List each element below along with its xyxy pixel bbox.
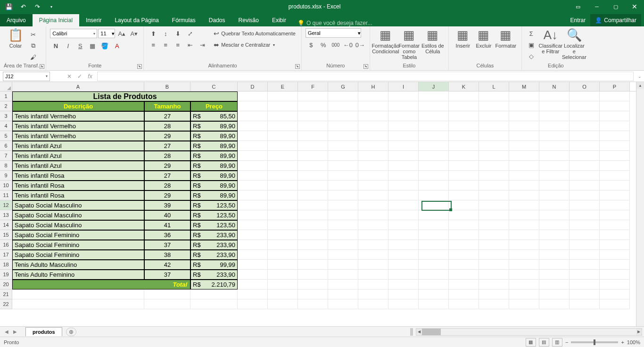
cell[interactable]	[479, 141, 509, 151]
cell[interactable]	[358, 299, 388, 309]
data-desc[interactable]: Sapato Social Feminino	[12, 230, 144, 240]
cell[interactable]	[238, 250, 268, 260]
cell[interactable]	[238, 210, 268, 220]
cell[interactable]	[12, 289, 144, 299]
cell[interactable]	[419, 151, 449, 161]
cell[interactable]	[388, 280, 419, 289]
cell[interactable]	[600, 260, 630, 270]
tab-view[interactable]: Exibir	[265, 14, 293, 26]
tab-split-handle[interactable]	[410, 328, 413, 336]
row-header[interactable]: 2	[0, 101, 12, 111]
cell[interactable]	[570, 121, 600, 131]
wrap-text-button[interactable]: ↩Quebrar Texto Automaticamente	[212, 28, 297, 39]
cell[interactable]	[600, 131, 630, 141]
cell[interactable]	[509, 200, 539, 210]
conditional-formatting-button[interactable]: ▦Formatação Condicional	[374, 28, 397, 54]
alignment-dialog-launcher[interactable]: ⬊	[295, 64, 300, 69]
data-price[interactable]: R$123,50	[190, 200, 238, 210]
cell[interactable]	[358, 270, 388, 280]
cell[interactable]	[539, 280, 570, 289]
zoom-in-button[interactable]: +	[621, 339, 624, 345]
clear-button[interactable]: ◇	[526, 51, 537, 61]
horizontal-scrollbar[interactable]: ◀ ▶	[416, 328, 642, 336]
cell[interactable]	[509, 260, 539, 270]
cell[interactable]	[358, 131, 388, 141]
cell[interactable]	[419, 161, 449, 171]
data-price[interactable]: R$89,90	[190, 151, 238, 161]
cell[interactable]	[479, 101, 509, 111]
cell[interactable]	[298, 151, 328, 161]
header-desc[interactable]: Descrição	[12, 101, 144, 111]
cell[interactable]	[419, 101, 449, 111]
cell[interactable]	[358, 141, 388, 151]
cell[interactable]	[388, 131, 419, 141]
cell[interactable]	[509, 299, 539, 309]
cell[interactable]	[358, 280, 388, 289]
cell[interactable]	[479, 111, 509, 121]
cell[interactable]	[539, 91, 570, 101]
cell[interactable]	[238, 91, 268, 101]
data-size[interactable]: 28	[144, 181, 190, 190]
data-desc[interactable]: Tenis infantil Rosa	[12, 171, 144, 181]
header-size[interactable]: Tamanho	[144, 101, 190, 111]
cell[interactable]	[238, 161, 268, 171]
row-header[interactable]: 11	[0, 190, 12, 200]
cell[interactable]	[419, 210, 449, 220]
cell[interactable]	[190, 299, 238, 309]
cell[interactable]	[328, 289, 358, 299]
cell[interactable]	[539, 131, 570, 141]
cell[interactable]	[600, 230, 630, 240]
qat-customize-icon[interactable]: ▾	[45, 1, 58, 12]
cell[interactable]	[449, 131, 479, 141]
cell[interactable]	[238, 280, 268, 289]
cell[interactable]	[298, 141, 328, 151]
cell[interactable]	[509, 250, 539, 260]
data-desc[interactable]: Tenis infantil Rosa	[12, 190, 144, 200]
cell[interactable]	[509, 141, 539, 151]
cell[interactable]	[479, 151, 509, 161]
cell[interactable]	[298, 91, 328, 101]
find-select-button[interactable]: 🔍Localizar e Selecionar	[562, 28, 586, 60]
cell[interactable]	[539, 289, 570, 299]
format-cells-button[interactable]: ▦Formatar	[494, 28, 518, 49]
total-label[interactable]: Total	[12, 280, 190, 289]
row-header[interactable]: 9	[0, 171, 12, 181]
cell[interactable]	[358, 220, 388, 230]
cell[interactable]	[509, 151, 539, 161]
cell[interactable]	[570, 171, 600, 181]
column-header[interactable]: F	[298, 82, 328, 91]
cell[interactable]	[298, 210, 328, 220]
cell[interactable]	[298, 260, 328, 270]
zoom-slider[interactable]	[571, 341, 618, 343]
cell[interactable]	[388, 230, 419, 240]
data-price[interactable]: R$233,90	[190, 240, 238, 250]
cell[interactable]	[358, 151, 388, 161]
cell[interactable]	[12, 299, 144, 309]
cell[interactable]	[268, 299, 298, 309]
cell[interactable]	[268, 250, 298, 260]
cell[interactable]	[570, 91, 600, 101]
column-header[interactable]: O	[570, 82, 600, 91]
cell[interactable]	[358, 91, 388, 101]
cell[interactable]	[298, 121, 328, 131]
cell[interactable]	[479, 230, 509, 240]
cell[interactable]	[388, 171, 419, 181]
font-dialog-launcher[interactable]: ⬊	[137, 64, 142, 69]
cell[interactable]	[419, 131, 449, 141]
cell[interactable]	[238, 151, 268, 161]
data-size[interactable]: 27	[144, 141, 190, 151]
cell[interactable]	[268, 210, 298, 220]
column-header[interactable]: L	[479, 82, 509, 91]
cell[interactable]	[449, 270, 479, 280]
cell[interactable]	[358, 101, 388, 111]
cell[interactable]	[449, 181, 479, 190]
tab-layout[interactable]: Layout da Página	[108, 14, 165, 26]
cancel-formula-button[interactable]: ✕	[64, 72, 74, 81]
tab-data[interactable]: Dados	[202, 14, 232, 26]
row-header[interactable]: 6	[0, 141, 12, 151]
cell[interactable]	[328, 91, 358, 101]
column-header[interactable]: E	[268, 82, 298, 91]
new-sheet-button[interactable]: ⊕	[66, 328, 76, 336]
data-size[interactable]: 29	[144, 131, 190, 141]
tell-me-search[interactable]: 💡 O que você deseja fazer...	[297, 20, 372, 26]
